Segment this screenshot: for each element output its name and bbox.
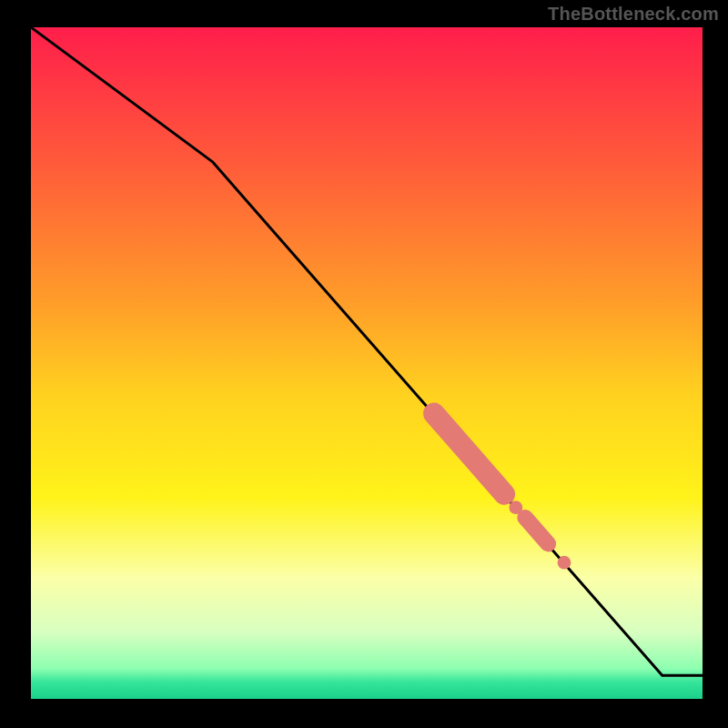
stage: TheBottleneck.com bbox=[0, 0, 728, 728]
watermark-label: TheBottleneck.com bbox=[548, 4, 719, 25]
marker-dot-3 bbox=[558, 556, 571, 570]
chart-plot bbox=[31, 27, 703, 699]
chart-svg bbox=[31, 27, 703, 699]
gradient-background bbox=[31, 27, 703, 699]
